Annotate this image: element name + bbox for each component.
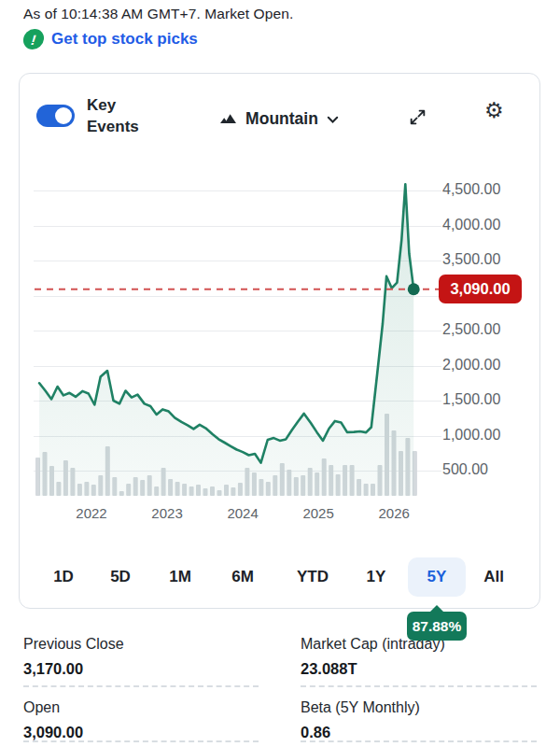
as-of-status: As of 10:14:38 AM GMT+7. Market Open. bbox=[23, 6, 293, 22]
stat-label: Previous Close bbox=[23, 635, 259, 653]
y-axis-tick: 3,500.00 bbox=[442, 251, 539, 268]
top-stock-picks-link[interactable]: ! Get top stock picks bbox=[23, 29, 198, 49]
x-axis-tick: 2024 bbox=[215, 505, 271, 521]
range-tab-6m[interactable]: 6M bbox=[210, 557, 275, 597]
top-stock-picks-label: Get top stock picks bbox=[51, 30, 198, 49]
y-axis-tick: 2,000.00 bbox=[442, 357, 539, 374]
y-axis-tick: 2,500.00 bbox=[442, 321, 539, 338]
stat-item: Previous Close3,170.00 bbox=[23, 635, 259, 687]
range-tab-5d[interactable]: 5D bbox=[88, 557, 153, 597]
stat-value: 23.088T bbox=[301, 660, 537, 678]
y-axis-tick: 1,500.00 bbox=[442, 391, 539, 408]
stat-item: Beta (5Y Monthly)0.86 bbox=[301, 698, 537, 742]
area-fill bbox=[39, 184, 413, 496]
stat-value: 3,090.00 bbox=[23, 724, 259, 741]
range-tab-5y[interactable]: 5Y bbox=[408, 557, 466, 597]
x-axis-tick: 2026 bbox=[366, 505, 422, 521]
y-axis-tick: 4,000.00 bbox=[442, 217, 539, 233]
x-axis-tick: 2025 bbox=[290, 505, 346, 521]
y-axis-tick: 1,000.00 bbox=[442, 427, 539, 444]
range-tab-ytd[interactable]: YTD bbox=[280, 557, 345, 597]
stat-value: 3,170.00 bbox=[23, 660, 259, 678]
range-tab-1y[interactable]: 1Y bbox=[343, 557, 409, 597]
y-axis-tick: 4,500.00 bbox=[442, 181, 539, 198]
stat-label: Beta (5Y Monthly) bbox=[301, 698, 537, 716]
stat-value: 0.86 bbox=[301, 724, 537, 741]
page: As of 10:14:38 AM GMT+7. Market Open. ! … bbox=[0, 0, 560, 747]
current-price-dot bbox=[408, 283, 420, 295]
range-tab-1m[interactable]: 1M bbox=[147, 557, 213, 597]
alert-icon: ! bbox=[22, 29, 45, 49]
x-axis-tick: 2023 bbox=[139, 505, 195, 521]
y-axis-tick: 500.00 bbox=[442, 461, 539, 478]
x-axis-tick: 2022 bbox=[63, 505, 119, 521]
chart-card: Key Events Mountain ⚙ 4,500.004,000.003,… bbox=[19, 73, 540, 609]
change-tooltip-value: 87.88% bbox=[413, 618, 462, 635]
stat-label: Open bbox=[23, 698, 259, 716]
stat-item: Open3,090.00 bbox=[23, 698, 259, 742]
stat-item: Market Cap (intraday)23.088T bbox=[301, 635, 537, 687]
range-tab-all[interactable]: All bbox=[461, 557, 526, 597]
change-tooltip: 87.88% bbox=[407, 612, 467, 641]
range-tab-1d[interactable]: 1D bbox=[31, 557, 96, 597]
current-price-badge: 3,090.00 bbox=[439, 275, 522, 303]
